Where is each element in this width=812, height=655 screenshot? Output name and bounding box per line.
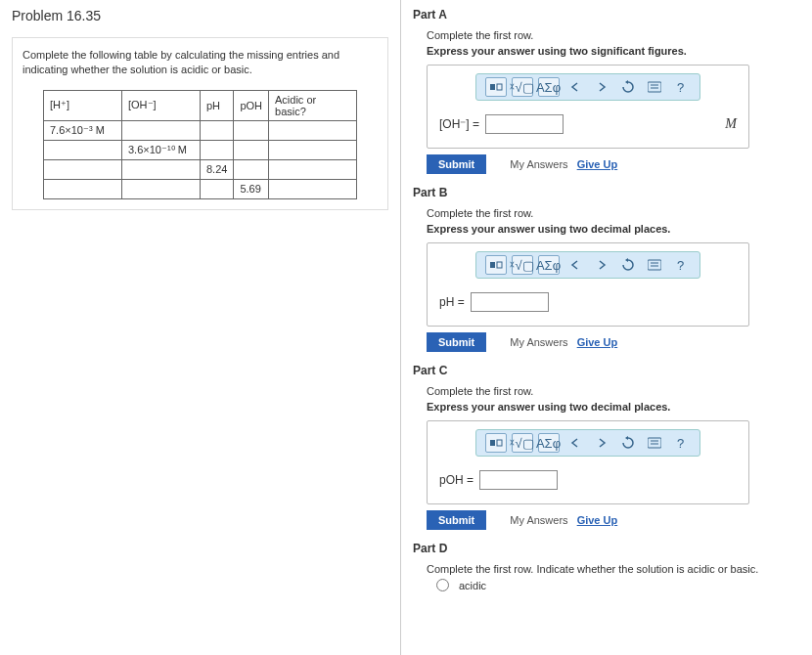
undo-icon[interactable]	[564, 433, 586, 453]
redo-icon[interactable]	[591, 433, 612, 453]
answer-row: [OH⁻] = M	[428, 110, 748, 148]
answer-box: ᵡ√▢ ΑΣφ ? pOH =	[427, 420, 749, 504]
part-title: Part D	[413, 542, 800, 555]
svg-rect-10	[490, 440, 495, 446]
template-icon[interactable]	[485, 255, 507, 275]
link-group: My Answers Give Up	[510, 158, 617, 170]
answer-lhs: pH =	[439, 295, 465, 309]
svg-rect-1	[497, 84, 502, 90]
svg-rect-11	[497, 440, 502, 446]
part-instr-bold: Express your answer using two significan…	[427, 45, 800, 57]
prompt-text: Complete the following table by calculat…	[23, 48, 378, 78]
keyboard-icon[interactable]	[644, 433, 665, 453]
part-b: Part B Complete the first row. Express y…	[413, 186, 800, 352]
prompt-box: Complete the following table by calculat…	[12, 37, 388, 210]
answer-box: ᵡ√▢ ΑΣφ ? [OH⁻] = M	[427, 65, 749, 149]
table-row: 5.69	[43, 179, 356, 198]
col-header-oh: [OH⁻]	[121, 90, 200, 120]
reset-icon[interactable]	[617, 77, 639, 97]
keyboard-icon[interactable]	[644, 255, 665, 275]
submit-button[interactable]: Submit	[427, 510, 486, 530]
answer-unit: M	[725, 116, 737, 132]
sqrt-icon[interactable]: ᵡ√▢	[512, 433, 533, 453]
part-title: Part B	[413, 186, 800, 199]
data-table: [H⁺] [OH⁻] pH pOH Acidic or basic? 7.6×1…	[43, 90, 357, 199]
svg-rect-0	[490, 84, 495, 90]
redo-icon[interactable]	[591, 77, 612, 97]
part-c: Part C Complete the first row. Express y…	[413, 364, 800, 530]
answer-box: ᵡ√▢ ΑΣφ ? pH =	[427, 242, 749, 327]
formula-toolbar: ᵡ√▢ ΑΣφ ?	[475, 429, 700, 457]
answer-row: pOH =	[428, 466, 748, 503]
table-row: 8.24	[43, 159, 356, 179]
reset-icon[interactable]	[617, 255, 639, 275]
svg-rect-12	[648, 438, 661, 448]
right-panel: Part A Complete the first row. Express y…	[401, 0, 812, 655]
reset-icon[interactable]	[617, 433, 639, 453]
svg-rect-7	[648, 260, 661, 270]
answer-lhs: pOH =	[439, 473, 474, 487]
redo-icon[interactable]	[591, 255, 612, 275]
part-instr: Complete the first row.	[427, 29, 800, 41]
link-group: My Answers Give Up	[510, 336, 617, 348]
col-header-ab: Acidic or basic?	[269, 90, 357, 120]
sqrt-icon[interactable]: ᵡ√▢	[512, 255, 533, 275]
radio-acidic[interactable]	[436, 579, 449, 591]
svg-rect-6	[497, 262, 502, 268]
template-icon[interactable]	[485, 433, 507, 453]
undo-icon[interactable]	[564, 255, 586, 275]
undo-icon[interactable]	[564, 77, 586, 97]
help-icon[interactable]: ?	[670, 433, 692, 453]
my-answers-label: My Answers	[510, 158, 567, 170]
submit-button[interactable]: Submit	[427, 154, 486, 174]
part-instr: Complete the first row.	[427, 385, 800, 397]
submit-button[interactable]: Submit	[427, 332, 486, 352]
radio-row: acidic	[436, 579, 800, 591]
svg-rect-5	[490, 262, 495, 268]
help-icon[interactable]: ?	[670, 255, 692, 275]
part-d: Part D Complete the first row. Indicate …	[413, 542, 800, 591]
template-icon[interactable]	[485, 77, 507, 97]
col-header-h: [H⁺]	[43, 90, 121, 120]
part-title: Part C	[413, 364, 800, 377]
table-row: 7.6×10⁻³ M	[43, 120, 356, 140]
answer-input[interactable]	[485, 114, 564, 134]
help-icon[interactable]: ?	[670, 77, 692, 97]
my-answers-label: My Answers	[510, 336, 567, 348]
greek-icon[interactable]: ΑΣφ	[538, 433, 560, 453]
part-instr: Complete the first row.	[427, 207, 800, 219]
table-row: 3.6×10⁻¹⁰ M	[43, 140, 356, 159]
sqrt-icon[interactable]: ᵡ√▢	[512, 77, 533, 97]
give-up-link[interactable]: Give Up	[577, 514, 618, 526]
submit-row: Submit My Answers Give Up	[427, 154, 800, 174]
part-instr-bold: Express your answer using two decimal pl…	[427, 401, 800, 413]
part-instr-bold: Express your answer using two decimal pl…	[427, 223, 800, 235]
formula-toolbar: ᵡ√▢ ΑΣφ ?	[475, 251, 700, 279]
part-instr: Complete the first row. Indicate whether…	[427, 563, 800, 575]
col-header-ph: pH	[200, 90, 233, 120]
svg-rect-2	[648, 82, 661, 92]
give-up-link[interactable]: Give Up	[577, 158, 618, 170]
submit-row: Submit My Answers Give Up	[427, 510, 800, 530]
left-panel: Problem 16.35 Complete the following tab…	[0, 0, 401, 655]
col-header-poh: pOH	[234, 90, 269, 120]
answer-row: pH =	[428, 288, 748, 326]
give-up-link[interactable]: Give Up	[577, 336, 618, 348]
radio-label: acidic	[459, 580, 486, 591]
my-answers-label: My Answers	[510, 514, 567, 526]
formula-toolbar: ᵡ√▢ ΑΣφ ?	[475, 73, 700, 101]
greek-icon[interactable]: ΑΣφ	[538, 255, 560, 275]
submit-row: Submit My Answers Give Up	[427, 332, 800, 352]
part-title: Part A	[413, 8, 800, 22]
answer-lhs: [OH⁻] =	[439, 117, 479, 131]
answer-input[interactable]	[471, 292, 549, 312]
link-group: My Answers Give Up	[510, 514, 617, 526]
keyboard-icon[interactable]	[644, 77, 665, 97]
greek-icon[interactable]: ΑΣφ	[538, 77, 560, 97]
problem-title: Problem 16.35	[12, 8, 388, 23]
answer-input[interactable]	[479, 470, 558, 490]
part-a: Part A Complete the first row. Express y…	[413, 8, 800, 174]
